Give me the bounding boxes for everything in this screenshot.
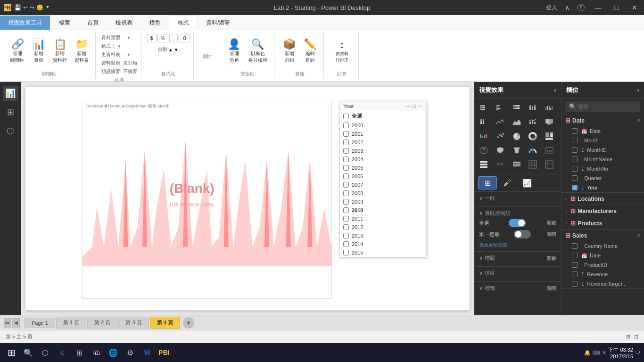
year-filter-select-all-checkbox[interactable] (343, 114, 349, 119)
format-stepper-down[interactable]: ▼ (174, 47, 179, 52)
year-2010-checkbox[interactable] (343, 207, 349, 213)
word-button[interactable]: W (140, 345, 155, 360)
donut-chart-btn[interactable] (526, 130, 539, 143)
year-2004-checkbox[interactable] (343, 156, 349, 162)
filter-more-icon[interactable]: ··· (418, 103, 422, 109)
slicer-btn[interactable] (510, 158, 523, 171)
treemap-btn[interactable] (543, 130, 556, 143)
chevron-up-icon[interactable]: ∧ (565, 4, 570, 12)
date-field-checkbox[interactable] (572, 128, 578, 134)
viz-panel-expand-icon[interactable]: › (554, 86, 556, 94)
stacked-bar-btn[interactable] (477, 101, 490, 115)
sales-date-field-checkbox[interactable] (572, 253, 578, 258)
comma-button[interactable]: , (169, 34, 177, 42)
new-column-button[interactable]: 📋 新增資料行 (50, 37, 70, 66)
view-as-role-button[interactable]: 🔍 以角色身分檢視 (246, 37, 270, 66)
sidebar-item-report[interactable]: 📊 (3, 86, 18, 101)
multirow-card-btn[interactable] (477, 158, 490, 171)
single-select-switch[interactable] (514, 230, 531, 239)
chrome-button[interactable]: 🌐 (106, 345, 121, 360)
countryname-field-checkbox[interactable] (572, 243, 578, 249)
year-filter-item-2011[interactable]: 2011 (339, 214, 426, 223)
field-item-sales-date[interactable]: 📅 Date (561, 251, 644, 260)
settings-button[interactable]: ⚙ (123, 345, 138, 360)
field-item-date[interactable]: 📅 Date (561, 126, 644, 136)
viz-format-tab[interactable]: 🖌 (498, 176, 517, 189)
year-2003-checkbox[interactable] (343, 148, 349, 154)
year-filter-item-2006[interactable]: 2006 (339, 172, 426, 181)
field-item-monthno[interactable]: Σ MonthNo (561, 164, 644, 173)
field-item-revenue[interactable]: Σ Revenue (561, 270, 644, 279)
tab-home[interactable]: 首頁 (79, 16, 107, 30)
stacked-column-btn[interactable] (526, 101, 539, 115)
fields-panel-expand-icon[interactable]: › (637, 86, 639, 94)
field-item-monthname[interactable]: MonthName (561, 155, 644, 164)
filter-expand-icon[interactable]: □ (413, 103, 416, 109)
clustered-column-btn[interactable] (543, 101, 556, 115)
sort-by-column-button[interactable]: ↕ 依資料行排序 (332, 38, 351, 65)
select-all-switch[interactable] (509, 219, 526, 227)
apps-button[interactable]: ⊞ (72, 345, 87, 360)
year-filter-item-2012[interactable]: 2012 (339, 223, 426, 231)
page-tab-page4[interactable]: 第 4 頁 (150, 317, 180, 329)
waterfall-btn[interactable] (477, 130, 490, 143)
viz-analytics-tab[interactable]: 📈 (518, 176, 537, 189)
summary-row[interactable]: 預設摘要: 不摘要 (101, 68, 137, 75)
manage-roles-button[interactable]: 👤 管理角色 (225, 37, 244, 66)
monthname-field-checkbox[interactable] (572, 156, 578, 162)
page-tab-page3[interactable]: 第 3 頁 (118, 317, 149, 329)
tab-format[interactable]: 格式 (170, 16, 197, 30)
data-type-row[interactable]: 資料類型： ▼ (101, 34, 131, 41)
year-filter-item-2005[interactable]: 2005 (339, 164, 426, 172)
productid-field-checkbox[interactable] (572, 262, 578, 268)
fields-search-box[interactable]: 🔍 (565, 101, 640, 112)
year-filter-item-2013[interactable]: 2013 (339, 231, 426, 240)
year-2013-checkbox[interactable] (343, 233, 349, 239)
year-2014-checkbox[interactable] (343, 241, 349, 247)
new-group-button[interactable]: 📦 新增群組 (280, 37, 299, 66)
chart-visual[interactable]: Revenue ■ RevenueTarget/Year 欄條 Month (82, 101, 332, 299)
page-nav-prev[interactable]: ◀ (12, 318, 20, 328)
format-stepper-up[interactable]: ▲ (168, 47, 173, 52)
tab-viz-tools[interactable]: 視覺效果工具 (0, 16, 50, 30)
field-item-productid[interactable]: ProductID (561, 260, 644, 270)
date-group-header[interactable]: ⊞ Date ∨ (561, 115, 644, 126)
year-filter-item-2008[interactable]: 2008 (339, 189, 426, 197)
year-field-checkbox[interactable]: ✓ (572, 185, 578, 190)
tab-data[interactable]: 資料/鑽研 (198, 16, 238, 30)
minimize-button[interactable]: — (592, 4, 604, 12)
spotify-button[interactable]: ♫ (55, 345, 70, 360)
area-chart-btn[interactable] (510, 115, 523, 129)
emoji-icon[interactable]: 😊 (36, 4, 43, 11)
currency-button[interactable]: $ (147, 34, 157, 42)
year-filter-item-2004[interactable]: 2004 (339, 155, 426, 164)
pie-chart-btn[interactable] (510, 130, 523, 143)
gauge-btn[interactable] (526, 144, 539, 157)
new-measure-button[interactable]: 📊 新增量值 (29, 37, 48, 66)
line-chart-btn[interactable] (494, 115, 507, 129)
taskbar-keyboard-icon[interactable]: ⌨ (593, 350, 600, 356)
year-2015-checkbox[interactable] (343, 250, 349, 255)
map-btn[interactable] (477, 144, 490, 157)
scatter-chart-btn[interactable] (494, 130, 507, 143)
100-stacked-col-btn[interactable] (477, 115, 490, 129)
year-2002-checkbox[interactable] (343, 140, 349, 145)
save-icon[interactable]: 💾 (14, 4, 21, 11)
field-item-month[interactable]: Month (561, 136, 644, 145)
year-filter-item-2003[interactable]: 2003 (339, 147, 426, 155)
year-2009-checkbox[interactable] (343, 199, 349, 205)
year-filter-dropdown[interactable]: Year — □ ··· 全選 2000 (339, 101, 426, 257)
start-button[interactable]: ⊞ (4, 345, 19, 360)
year-filter-item-2001[interactable]: 2001 (339, 130, 426, 138)
quarter-field-checkbox[interactable] (572, 175, 578, 181)
year-2008-checkbox[interactable] (343, 190, 349, 196)
products-group-header[interactable]: › ⊞ Products (561, 217, 644, 229)
powerbi-button[interactable]: PBI (157, 345, 172, 360)
task-view-button[interactable]: ⬡ (38, 345, 53, 360)
year-filter-item-2000[interactable]: 2000 (339, 121, 426, 130)
taskbar-notification-center[interactable]: 🗨 (635, 350, 640, 355)
monthno-field-checkbox[interactable] (572, 166, 578, 172)
filter-minimize-icon[interactable]: — (405, 103, 411, 109)
statusbar-view-icon[interactable]: ⊞ (626, 334, 630, 340)
tab-file[interactable]: 檔案 (51, 16, 78, 30)
